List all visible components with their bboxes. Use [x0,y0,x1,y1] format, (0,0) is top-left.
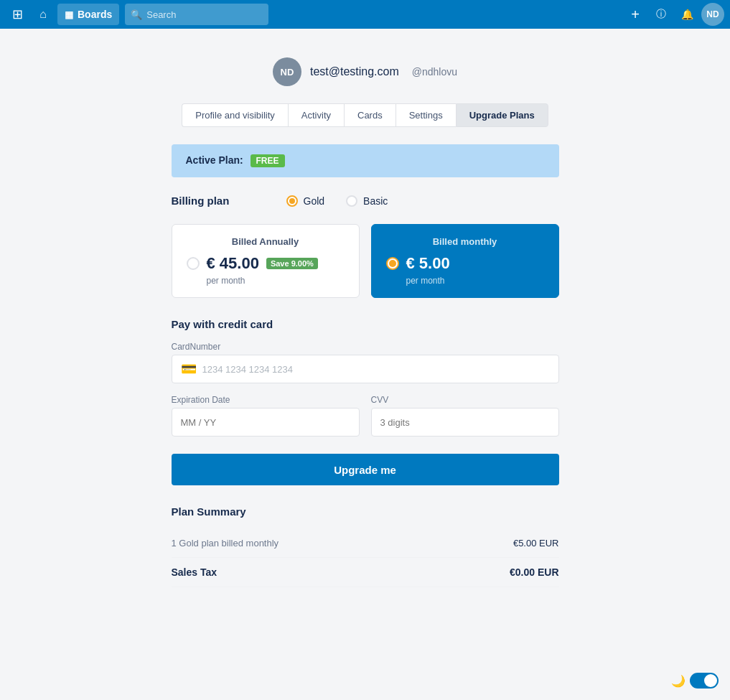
plan-price-monthly: € 5.00 [406,254,450,273]
expiry-cvv-fields: Expiration Date CVV [172,395,559,437]
avatar: ND [273,57,301,86]
search-bar[interactable]: 🔍 [125,4,268,25]
notifications-button[interactable]: 🔔 [675,3,698,26]
cvv-input[interactable] [371,408,559,437]
moon-icon: 🌙 [671,674,685,688]
radio-annually[interactable] [187,257,200,270]
profile-email: test@testing.com [310,65,399,78]
card-number-label: CardNumber [172,342,559,352]
content-area: Active Plan: FREE Billing plan Gold Basi… [172,144,559,587]
plan-summary: Plan Summary 1 Gold plan billed monthly … [172,505,559,587]
summary-tax-label: Sales Tax [172,566,217,578]
profile-username: @ndhlovu [412,66,457,78]
topnav: ⊞ ⌂ ▦ Boards 🔍 + ⓘ 🔔 ND [0,0,730,29]
add-button[interactable]: + [624,3,647,26]
expiry-label: Expiration Date [172,395,360,405]
tab-activity[interactable]: Activity [288,103,344,127]
cvv-field-group: CVV [371,395,559,437]
search-icon: 🔍 [131,9,142,20]
plan-price-annually: € 45.00 [207,254,259,273]
billing-option-gold[interactable]: Gold [286,195,325,207]
info-button[interactable]: ⓘ [650,3,673,26]
boards-button[interactable]: ▦ Boards [57,4,119,25]
plan-card-monthly-title: Billed monthly [386,236,544,247]
summary-gold-label: 1 Gold plan billed monthly [172,538,279,549]
tab-upgrade[interactable]: Upgrade Plans [456,103,548,127]
tab-settings[interactable]: Settings [396,103,456,127]
summary-tax-value: €0.00 EUR [510,566,558,578]
billing-plan-label: Billing plan [172,195,258,207]
tabs: Profile and visibility Activity Cards Se… [14,103,716,127]
plan-summary-title: Plan Summary [172,505,559,518]
boards-icon: ▦ [65,9,73,20]
radio-gold[interactable] [286,195,298,207]
tab-profile[interactable]: Profile and visibility [182,103,288,127]
billing-options: Gold Basic [286,195,388,207]
credit-card-section: Pay with credit card CardNumber 💳 Expira… [172,318,559,437]
tab-cards[interactable]: Cards [344,103,396,127]
card-icon: 💳 [181,361,197,377]
plan-per-month-monthly: per month [406,276,544,286]
summary-gold-value: €5.00 EUR [513,538,559,549]
profile-header: ND test@testing.com @ndhlovu [14,57,716,86]
search-input[interactable] [146,9,263,20]
dark-mode-toggle: 🌙 [671,673,719,689]
radio-monthly[interactable] [386,257,399,270]
credit-card-title: Pay with credit card [172,318,559,330]
plan-per-month-annually: per month [207,276,345,286]
radio-basic[interactable] [346,195,357,207]
save-badge-annually: Save 9.00% [266,258,318,269]
billing-plan-section: Billing plan Gold Basic [172,195,559,207]
active-plan-banner: Active Plan: FREE [172,144,559,177]
active-plan-badge: FREE [251,154,285,167]
upgrade-button[interactable]: Upgrade me [172,454,559,485]
plan-cards: Billed Annually € 45.00 Save 9.00% per m… [172,224,559,298]
expiry-field-group: Expiration Date [172,395,360,437]
plan-card-annually-title: Billed Annually [187,236,345,247]
main-content: ND test@testing.com @ndhlovu Profile and… [0,29,730,616]
summary-row-gold: 1 Gold plan billed monthly €5.00 EUR [172,529,559,558]
user-avatar[interactable]: ND [701,3,724,26]
toggle-knob [704,674,717,687]
plan-card-annually[interactable]: Billed Annually € 45.00 Save 9.00% per m… [172,224,360,298]
active-plan-label: Active Plan: [186,154,243,166]
billing-option-basic[interactable]: Basic [346,195,388,207]
boards-label: Boards [78,9,112,20]
home-icon[interactable]: ⌂ [32,3,55,26]
card-number-input[interactable] [202,364,550,375]
card-number-field: 💳 [172,355,559,383]
summary-row-tax: Sales Tax €0.00 EUR [172,558,559,587]
cvv-label: CVV [371,395,559,405]
toggle-switch[interactable] [690,673,719,689]
expiry-input[interactable] [172,408,360,437]
plan-card-monthly[interactable]: Billed monthly € 5.00 per month [371,224,559,298]
grid-icon[interactable]: ⊞ [6,3,29,26]
